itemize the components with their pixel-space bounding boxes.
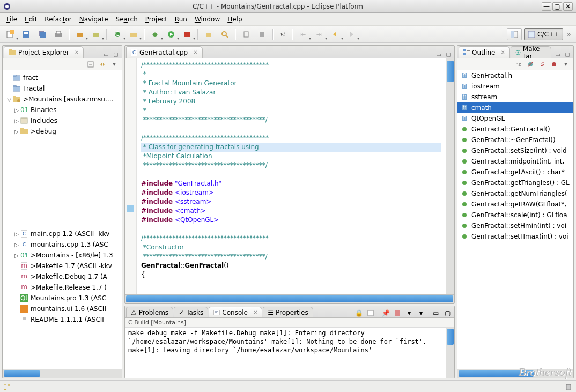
minimize-view-icon[interactable]: ▭ — [432, 309, 440, 317]
view-menu-icon[interactable]: ▾ — [110, 60, 119, 69]
pin-button[interactable] — [255, 28, 269, 41]
tree-node[interactable]: mountains.ui 1.6 (ASCII — [4, 304, 121, 314]
outline-item[interactable]: GenFractal::setSize(int) : void — [457, 145, 573, 156]
outline-list[interactable]: hGenFractal.hhiostreamhsstreamhcmathhQtO… — [457, 70, 573, 369]
tree-node[interactable]: fract — [4, 72, 121, 83]
outline-item[interactable]: GenFractal::getAscii() : char* — [457, 167, 573, 177]
view-menu-icon[interactable]: ▾ — [562, 60, 570, 69]
tree-node[interactable]: ▷Includes — [4, 115, 121, 126]
menu-refactor[interactable]: Refactor — [41, 14, 75, 24]
tree-node[interactable]: m>Makefile 1.7 (ASCII -kkv — [4, 261, 121, 271]
tree-node[interactable]: ▷010>Mountains - [x86/le] 1.3 — [4, 250, 121, 261]
pin-console-icon[interactable]: 📌 — [381, 309, 390, 317]
tree-node[interactable]: QtMountains.pro 1.3 (ASC — [4, 293, 121, 304]
menu-project[interactable]: Project — [142, 14, 171, 24]
outline-item[interactable]: GenFractal::setHmin(int) : voi — [457, 220, 573, 231]
tree-node[interactable]: ▷010Binaries — [4, 105, 121, 115]
outline-item[interactable]: GenFractal::GenFractal() — [457, 124, 573, 135]
menu-run[interactable]: Run — [172, 14, 190, 24]
hide-nonpublic-icon[interactable] — [550, 60, 558, 69]
build-project-button[interactable] — [89, 28, 103, 41]
tree-node[interactable]: ▽>Mountains [asuka.nmsu.… — [4, 94, 121, 105]
tab-properties[interactable]: ☰Properties — [263, 307, 313, 317]
minimize-button[interactable]: — — [542, 2, 551, 11]
debug-button[interactable] — [148, 28, 162, 41]
minimize-view-icon[interactable]: ▭ — [102, 50, 110, 58]
save-all-button[interactable] — [35, 28, 49, 41]
menu-window[interactable]: Window — [191, 14, 223, 24]
outline-item[interactable]: GenFractal::~GenFractal() — [457, 135, 573, 145]
tab-console[interactable]: Console× — [209, 307, 262, 317]
run-button[interactable] — [164, 28, 178, 41]
close-icon[interactable]: × — [253, 309, 257, 315]
nav-next-button[interactable]: ⇥ — [312, 28, 326, 41]
gc-icon[interactable] — [564, 383, 573, 390]
search-button[interactable] — [218, 28, 232, 41]
sort-icon[interactable]: ᵃz — [514, 60, 523, 69]
tab-tasks[interactable]: ✓Tasks — [174, 307, 208, 317]
new-button[interactable] — [3, 28, 17, 41]
menu-search[interactable]: Search — [113, 14, 141, 24]
maximize-view-icon[interactable]: ▢ — [112, 50, 120, 58]
minimize-view-icon[interactable]: ▭ — [554, 50, 562, 58]
open-console-icon[interactable]: ▾ — [417, 309, 425, 317]
outline-item[interactable]: GenFractal::getTriangles() : GL — [457, 177, 573, 188]
nav-prev-button[interactable]: ⇤ — [296, 28, 310, 41]
project-tree[interactable]: fractFractal▽>Mountains [asuka.nmsu.…▷01… — [3, 70, 122, 226]
tree-node[interactable]: ▷cmain.cpp 1.2 (ASCII -kkv — [4, 228, 121, 239]
maximize-view-icon[interactable]: ▢ — [564, 50, 571, 58]
tree-node[interactable]: ▷cmountains.cpp 1.3 (ASC — [4, 239, 121, 250]
external-tools-button[interactable] — [180, 28, 194, 41]
clear-console-icon[interactable] — [366, 309, 375, 317]
console-vscrollbar[interactable] — [446, 328, 454, 378]
open-perspective-button[interactable] — [507, 28, 522, 40]
menu-navigate[interactable]: Navigate — [76, 14, 112, 24]
code-editor[interactable]: /***************************************… — [125, 58, 454, 294]
editor-hscrollbar[interactable] — [125, 294, 454, 303]
tree-node[interactable]: README 1.1.1.1 (ASCII - — [4, 314, 121, 325]
tab-problems[interactable]: ⚠Problems — [126, 307, 173, 317]
tree-node[interactable]: m>Makefile.Release 1.7 ( — [4, 282, 121, 293]
collapse-all-icon[interactable] — [86, 60, 95, 69]
outline-item[interactable]: GenFractal::getNumTriangles( — [457, 188, 573, 199]
vi-mode-button[interactable]: vi — [277, 28, 289, 41]
hide-fields-icon[interactable] — [526, 60, 535, 69]
menu-edit[interactable]: Edit — [21, 14, 40, 24]
project-hscrollbar[interactable] — [3, 369, 122, 378]
close-button[interactable]: ✕ — [563, 2, 573, 11]
maximize-button[interactable]: ▢ — [552, 2, 562, 11]
link-editor-icon[interactable] — [98, 60, 107, 69]
forward-button[interactable] — [344, 28, 358, 41]
tree-node[interactable]: Fractal — [4, 83, 121, 94]
tab-project-explorer[interactable]: Project Explorer × — [4, 46, 84, 58]
editor-vscrollbar[interactable] — [446, 58, 454, 294]
tree-node[interactable]: ▷>debug — [4, 126, 121, 137]
outline-item[interactable]: hcmath — [457, 102, 573, 113]
editor-gutter[interactable] — [125, 58, 137, 294]
display-select-icon[interactable]: ▾ — [405, 309, 413, 317]
tab-make-targets[interactable]: Make Tar — [511, 46, 551, 58]
hide-static-icon[interactable]: s — [538, 60, 547, 69]
outline-item[interactable]: GenFractal::midpoint(int, int, — [457, 156, 573, 167]
outline-item[interactable]: hiostream — [457, 81, 573, 92]
outline-item[interactable]: hQtOpenGL — [457, 113, 573, 124]
back-button[interactable] — [328, 28, 342, 41]
print-button[interactable] — [51, 28, 65, 41]
outline-item[interactable]: GenFractal::setHmax(int) : voi — [457, 231, 573, 242]
new-class-button[interactable]: C — [110, 28, 124, 41]
minimize-view-icon[interactable]: ▭ — [435, 50, 442, 58]
outline-item[interactable]: GenFractal::scale(int) : GLfloa — [457, 210, 573, 220]
console-output[interactable]: make debug make -f Makefile.Debug make[1… — [125, 328, 446, 378]
maximize-view-icon[interactable]: ▢ — [444, 309, 452, 317]
outline-hscrollbar[interactable] — [457, 369, 573, 378]
perspective-overflow-icon[interactable]: » — [565, 31, 573, 38]
maximize-view-icon[interactable]: ▢ — [445, 50, 452, 58]
menu-help[interactable]: Help — [224, 14, 245, 24]
remove-launch-icon[interactable] — [393, 309, 402, 317]
save-button[interactable] — [19, 28, 33, 41]
open-type-button[interactable] — [202, 28, 216, 41]
code-area[interactable]: /***************************************… — [137, 58, 446, 294]
outline-item[interactable]: hsstream — [457, 92, 573, 102]
close-icon[interactable]: × — [500, 49, 505, 55]
tab-editor-file[interactable]: c GenFractal.cpp × — [126, 46, 203, 58]
